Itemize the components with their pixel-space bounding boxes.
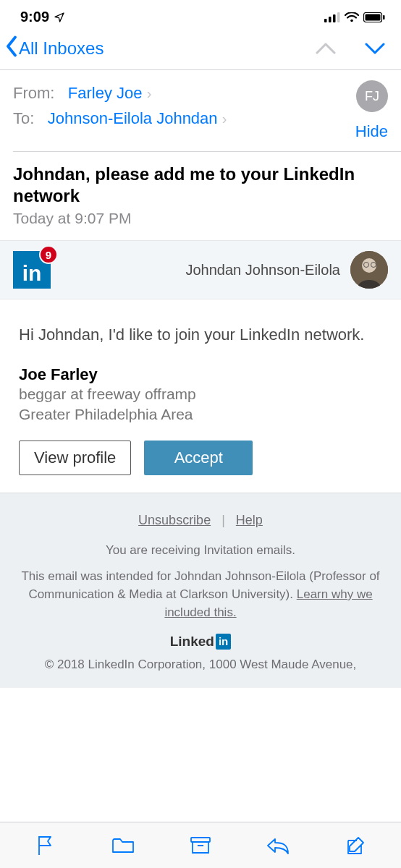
chevron-right-icon: › [222,111,227,127]
footer-intended: This email was intended for Johndan John… [13,568,388,621]
svg-rect-3 [337,12,340,22]
from-row[interactable]: From: Farley Joe › [13,80,227,106]
subject-date: Today at 9:07 PM [13,210,388,227]
chevron-right-icon: › [147,85,152,101]
subject-text: Johndan, please add me to your LinkedIn … [13,163,388,207]
accept-button[interactable]: Accept [144,441,253,475]
from-name: Farley Joe [68,84,143,102]
svg-rect-7 [383,15,385,20]
footer-reason: You are receiving Invitation emails. [13,542,388,560]
recipient-name: Johndan Johnson-Eilola [61,262,340,278]
next-message-button[interactable] [365,42,385,55]
prev-message-button[interactable] [316,42,336,55]
sender-location: Greater Philadelphia Area [19,404,382,425]
subject-block: Johndan, please add me to your LinkedIn … [0,152,401,240]
hide-button[interactable]: Hide [355,122,388,141]
linkedin-logo-icon[interactable]: in 9 [13,251,51,289]
svg-rect-6 [366,14,381,20]
archive-button[interactable] [185,830,216,861]
linkedin-footer-logo: Linkedin [170,631,232,652]
svg-rect-0 [324,19,327,22]
status-bar: 9:09 [0,0,401,28]
from-label: From: [13,84,54,102]
svg-rect-1 [329,17,332,22]
notification-badge: 9 [39,245,58,264]
greeting-text: Hi Johndan, I'd like to join your Linked… [19,324,382,346]
svg-rect-2 [333,14,336,22]
linkedin-banner: in 9 Johndan Johnson-Eilola [0,240,401,299]
wifi-icon [345,12,359,22]
back-label: All Inboxes [19,38,104,59]
flag-button[interactable] [30,830,62,861]
message-body: Hi Johndan, I'd like to join your Linked… [0,299,401,493]
back-button[interactable]: All Inboxes [4,35,104,61]
sender-role: beggar at freeway offramp [19,384,382,404]
sender-avatar[interactable]: FJ [356,80,388,112]
to-label: To: [13,109,34,127]
compose-button[interactable] [339,830,371,861]
help-link[interactable]: Help [236,513,263,527]
email-footer: Unsubscribe | Help You are receiving Inv… [0,493,401,688]
to-row[interactable]: To: Johnson-Eilola Johndan › [13,106,227,131]
battery-icon [363,12,385,22]
sender-name: Joe Farley [19,365,382,384]
bottom-toolbar [0,822,401,868]
folder-button[interactable] [107,830,139,861]
recipient-avatar[interactable] [350,251,388,289]
status-time: 9:09 [20,9,49,25]
location-icon [54,12,65,23]
message-header: From: Farley Joe › To: Johnson-Eilola Jo… [0,70,401,151]
view-profile-button[interactable]: View profile [19,441,131,475]
divider: | [221,513,225,527]
footer-copyright: © 2018 LinkedIn Corporation, 1000 West M… [13,656,388,674]
cellular-icon [324,12,340,22]
unsubscribe-link[interactable]: Unsubscribe [138,513,211,527]
reply-button[interactable] [262,830,294,861]
to-name: Johnson-Eilola Johndan [48,109,218,127]
chevron-left-icon [4,35,19,61]
svg-rect-12 [191,838,210,842]
svg-point-4 [350,19,353,22]
nav-bar: All Inboxes [0,28,401,69]
